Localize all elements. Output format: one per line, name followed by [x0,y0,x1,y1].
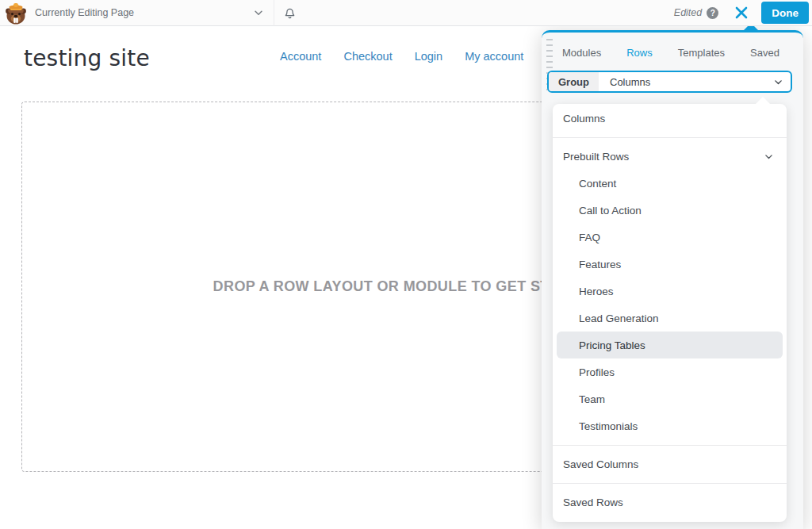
dropdown-item[interactable]: Features [553,251,787,278]
builder-topbar: Currently Editing Page Edited ? Done [0,0,812,26]
bell-icon [282,5,297,21]
dropdown-item[interactable]: Profiles [553,358,787,385]
dropdown-caret-up [756,97,770,104]
nav-link[interactable]: Login [415,50,442,63]
panel-tab-bar: Modules Rows Templates Saved [562,42,779,63]
group-filter-select[interactable]: Group Columns [547,71,792,93]
dropdown-item[interactable]: Heroes [553,278,787,305]
dropdown-item[interactable]: Content [553,170,787,197]
dropdown-item-label: Heroes [579,286,614,297]
panel-tab[interactable]: Rows [626,47,653,59]
nav-link[interactable]: Account [280,50,321,63]
dropdown-item-label: Lead Generation [579,312,659,324]
dropdown-item-label: Testimonials [579,420,638,432]
chevron-down-icon[interactable] [253,7,264,18]
site-navigation: Account Checkout Login My account Ne [280,50,561,63]
dropdown-item[interactable]: FAQ [553,224,787,251]
dropdown-item-label: Prebuilt Rows [563,151,629,163]
dropdown-item[interactable]: Call to Action [553,197,787,224]
dropdown-item-label: FAQ [579,232,600,243]
group-filter-label: Group [549,72,599,91]
nav-link[interactable]: Checkout [343,50,392,63]
dropdown-item[interactable]: Saved Columns [553,445,787,477]
group-filter-value: Columns [610,76,650,88]
edited-status: Edited [674,7,702,18]
dropdown-item[interactable]: Pricing Tables [553,332,787,358]
nav-link[interactable]: My account [465,50,523,63]
topbar-right-group: Edited ? Done [674,2,812,24]
dropdown-item[interactable]: Testimonials [553,412,787,439]
dropdown-item[interactable]: Prebuilt Rows [553,137,787,170]
chevron-down-icon [773,77,783,87]
dropdown-item-label: Team [579,393,605,405]
dropdown-item-label: Saved Rows [563,496,623,508]
panel-tab[interactable]: Templates [678,47,725,59]
close-icon[interactable] [734,6,749,20]
page-title: testing site [24,45,150,71]
dropdown-item[interactable]: Saved Rows [553,483,787,516]
panel-tab[interactable]: Saved [750,47,779,59]
panel-tab[interactable]: Modules [562,47,601,59]
dropdown-item[interactable]: Team [553,385,787,412]
chevron-down-icon [764,151,774,162]
dropdown-item-label: Profiles [579,366,615,378]
dropdown-item-label: Content [579,178,616,190]
beaver-builder-logo [3,2,29,25]
dropdown-item-label: Saved Columns [563,458,638,470]
dropdown-item-label: Features [579,259,621,270]
content-panel: Modules Rows Templates Saved Group Colum… [542,30,803,529]
builder-menu-button[interactable]: Currently Editing Page [0,0,264,25]
dropdown-item[interactable]: Lead Generation [553,305,787,332]
dropdown-item-label: Call to Action [579,205,642,217]
dropdown-item-label: Columns [563,113,605,125]
currently-editing-label: Currently Editing Page [35,7,134,18]
dropdown-item[interactable]: Columns [553,105,787,132]
group-dropdown-list: Columns Prebuilt Rows Content Call to Ac… [553,104,787,522]
dropdown-item-label: Pricing Tables [579,339,645,351]
topbar-divider [274,0,274,26]
notifications-button[interactable] [282,5,297,21]
help-icon[interactable]: ? [707,7,718,19]
done-button[interactable]: Done [761,2,809,24]
